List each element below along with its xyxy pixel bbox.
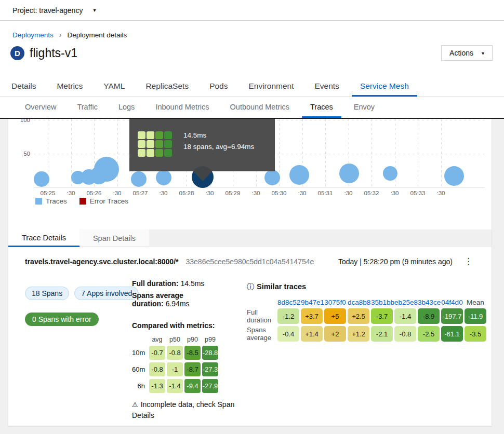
tab-events[interactable]: Events xyxy=(306,77,347,97)
tab-details[interactable]: Details xyxy=(3,77,44,97)
chevron-down-icon: ▾ xyxy=(482,50,484,56)
x-axis-tick-label: :30 xyxy=(160,190,168,196)
details-tab-span-details[interactable]: Span Details xyxy=(79,229,149,247)
x-axis-tick-label: :30 xyxy=(252,190,260,196)
metrics-heat-cell: -0.7 xyxy=(149,346,165,360)
similar-trace-link-8d8c52[interactable]: 8d8c52 xyxy=(277,299,299,306)
breadcrumb-link-deployments[interactable]: Deployments xyxy=(12,31,54,39)
legend-traces[interactable]: Traces xyxy=(35,197,67,205)
warning-text: Incomplete data, check Span Details xyxy=(132,400,234,419)
similar-heat-cell: +2.5 xyxy=(348,308,369,324)
subtab-overview[interactable]: Overview xyxy=(17,97,64,118)
tooltip-heat-cell xyxy=(164,149,172,157)
similar-traces-table: 8d8c529b47e13075f0dca8b835b1bbeb25e83b43… xyxy=(247,299,486,342)
subtab-outbound-metrics[interactable]: Outbound Metrics xyxy=(222,97,298,118)
chevron-down-icon: ▾ xyxy=(93,7,96,13)
kebab-menu-icon[interactable]: ⋮ xyxy=(464,258,473,265)
legend-error-traces[interactable]: Error Traces xyxy=(79,197,128,205)
masthead: Project: travel-agency ▾ xyxy=(0,0,504,21)
section-divider xyxy=(0,118,504,119)
similar-trace-link-04f4d0[interactable]: 04f4d0 xyxy=(441,299,463,306)
tooltip-heat-cell xyxy=(147,131,154,139)
subtab-traffic[interactable]: Traffic xyxy=(69,97,105,118)
similar-heat-cell: -2.1 xyxy=(371,326,393,342)
actions-button[interactable]: Actions ▾ xyxy=(441,45,493,61)
similar-trace-link-35b1bb[interactable]: 35b1bb xyxy=(371,299,393,306)
breadcrumb: Deployments › Deployment details xyxy=(12,31,127,39)
similar-trace-link-dca8b8[interactable]: dca8b8 xyxy=(348,299,369,306)
trace-bubble[interactable] xyxy=(289,165,309,185)
tab-replicasets[interactable]: ReplicaSets xyxy=(137,77,197,97)
tab-yaml[interactable]: YAML xyxy=(95,77,133,97)
similar-row-label: Full duration xyxy=(247,308,276,324)
mean-column-header: Mean xyxy=(465,299,486,306)
tooltip-heat-cell xyxy=(138,149,145,157)
tab-metrics[interactable]: Metrics xyxy=(48,77,91,97)
tooltip-heat-cell xyxy=(138,131,145,139)
subtab-envoy[interactable]: Envoy xyxy=(346,97,383,118)
spans-average-value: 6.94ms xyxy=(166,300,190,308)
tab-environment[interactable]: Environment xyxy=(240,77,302,97)
metrics-row-label: 10m xyxy=(132,349,148,357)
legend-swatch xyxy=(35,198,42,205)
tab-service-mesh[interactable]: Service Mesh xyxy=(352,77,417,97)
subtab-traces[interactable]: Traces xyxy=(302,97,341,118)
metrics-heat-cell: -0.8 xyxy=(167,346,183,360)
metrics-heat-cell: -1.3 xyxy=(149,379,165,393)
project-selector-label: Project: travel-agency xyxy=(12,6,83,15)
trace-metrics-column: Full duration:14.5ms Spans average durat… xyxy=(132,279,241,421)
similar-trace-link-3b43ce[interactable]: 3b43ce xyxy=(418,299,440,306)
full-duration-label: Full duration: xyxy=(132,279,178,288)
similar-heat-cell: +1.4 xyxy=(301,326,323,342)
x-axis-tick-label: 05:29 xyxy=(226,190,241,196)
deployment-badge: D xyxy=(10,46,24,60)
project-selector[interactable]: Project: travel-agency ▾ xyxy=(12,6,96,15)
x-axis-tick-label: 05:32 xyxy=(364,190,379,196)
trace-bubble[interactable] xyxy=(383,166,397,181)
trace-bubble[interactable] xyxy=(156,170,171,185)
metrics-heat-cell: -8.7 xyxy=(184,362,201,376)
details-tab-trace-details[interactable]: Trace Details xyxy=(8,229,79,247)
full-duration-value: 14.5ms xyxy=(180,279,204,288)
similar-trace-link-eb25e8[interactable]: eb25e8 xyxy=(394,299,416,306)
trace-tooltip: 14.5ms 18 spans, avg=6.94ms xyxy=(129,119,275,171)
title-row: D flights-v1 Actions ▾ xyxy=(10,44,493,62)
actions-label: Actions xyxy=(449,49,473,57)
legend-label: Traces xyxy=(46,197,67,205)
similar-trace-link-3075f0[interactable]: 3075f0 xyxy=(324,299,346,306)
subtab-logs[interactable]: Logs xyxy=(110,97,143,118)
spans-error-badge: 0 Spans with error xyxy=(25,313,99,326)
x-axis-tick-label: 05:31 xyxy=(318,190,333,196)
trace-bubble[interactable] xyxy=(339,164,359,183)
similar-trace-link-9b47e1[interactable]: 9b47e1 xyxy=(301,299,323,306)
subtab-inbound-metrics[interactable]: Inbound Metrics xyxy=(147,97,217,118)
metrics-heat-cell: -1.4 xyxy=(167,379,183,393)
similar-heat-cell: -0.4 xyxy=(277,326,299,342)
trace-bubble[interactable] xyxy=(264,170,280,185)
breadcrumb-separator-icon: › xyxy=(59,31,62,39)
trace-bubble[interactable] xyxy=(34,171,49,187)
trace-id: 33e86e5cee5e980c5dd1c04a5414754e xyxy=(185,257,314,266)
tooltip-heat-cell xyxy=(155,149,163,157)
similar-heat-cell: +5 xyxy=(324,308,346,324)
x-axis-tick-label: 05:30 xyxy=(272,190,287,196)
tab-pods[interactable]: Pods xyxy=(201,77,236,97)
metrics-column-header: p90 xyxy=(184,336,201,343)
tooltip-caret xyxy=(193,171,213,181)
tooltip-heat-cell xyxy=(155,131,163,139)
spans-count-badge: 18 Spans xyxy=(25,287,69,300)
trace-bubble[interactable] xyxy=(131,171,147,187)
trace-bubble[interactable] xyxy=(444,166,464,186)
metrics-heat-cell: -27.3 xyxy=(202,362,218,376)
x-axis-line xyxy=(34,187,485,187)
metrics-column-header: p50 xyxy=(167,336,183,343)
legend-swatch xyxy=(79,198,86,205)
x-axis-tick-label: 05:27 xyxy=(133,190,148,196)
metrics-comparison-table: avgp50p90p9910m-0.7-0.8-8.5-28.860m-0.8-… xyxy=(132,336,241,393)
gridline-vertical xyxy=(418,119,418,187)
similar-heat-cell: -3.5 xyxy=(465,326,486,342)
tooltip-duration: 14.5ms xyxy=(183,130,254,141)
content-area: 05:25:3005:26:3005:27:3005:28:3005:29:30… xyxy=(0,119,504,434)
page-title: flights-v1 xyxy=(30,46,77,60)
trace-bubble[interactable] xyxy=(94,157,119,182)
